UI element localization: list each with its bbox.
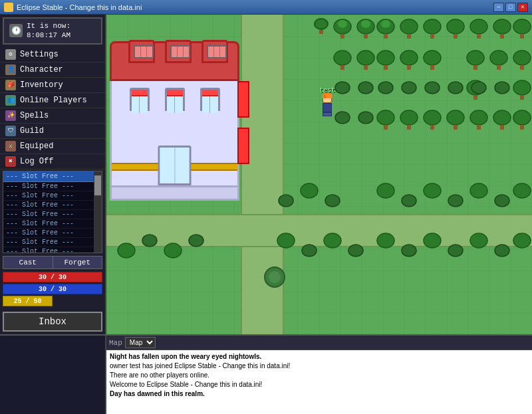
mp-bar: 30 / 30 (3, 284, 102, 294)
path-vertical (241, 15, 284, 334)
dormer-right (201, 40, 228, 63)
title-bar: Eclipse Stable - Change this in data.ini… (0, 0, 532, 15)
spell-slot-6[interactable]: --- Slot Free --- (3, 229, 102, 238)
character-icon: 👤 (5, 64, 16, 75)
guild-label: Guild (20, 126, 44, 136)
sidebar: 🕐 It is now: 8:08:17 AM ⚙ Settings 👤 Cha… (0, 15, 106, 334)
maximize-button[interactable]: □ (505, 3, 516, 12)
path-horizontal (106, 214, 532, 247)
spell-slot-2[interactable]: --- Slot Free --- (3, 191, 102, 201)
title-bar-left: Eclipse Stable - Change this in data.ini (4, 3, 142, 12)
building-sign-top (237, 81, 249, 118)
settings-label: Settings (20, 50, 59, 59)
dormer-window-left (134, 45, 154, 58)
dormer-window-right (207, 45, 227, 58)
player-character: test (319, 86, 335, 115)
exp-bar-row: 25 / 50 (3, 296, 102, 306)
player-hair (323, 93, 332, 98)
chat-box: Night has fallen upon the weary eyed nig… (106, 350, 532, 414)
app-icon (4, 3, 13, 12)
sidebar-item-guild[interactable]: 🛡 Guild (0, 124, 105, 139)
sidebar-item-settings[interactable]: ⚙ Settings (0, 47, 105, 62)
clock-icon: 🕐 (9, 24, 23, 37)
guild-icon: 🛡 (5, 126, 16, 136)
map-bar: Map Map (106, 336, 532, 350)
building-wall (110, 81, 239, 187)
spell-slot-8[interactable]: --- Slot Free --- (3, 247, 102, 253)
inventory-icon: 🎒 (5, 80, 16, 90)
chat-message-1: Night has fallen upon the weary eyed nig… (110, 352, 529, 362)
close-button[interactable]: ✕ (517, 3, 528, 12)
top-area: 🕐 It is now: 8:08:17 AM ⚙ Settings 👤 Cha… (0, 15, 532, 334)
clock-area: 🕐 It is now: 8:08:17 AM (3, 17, 102, 45)
spell-slot-4[interactable]: --- Slot Free --- (3, 210, 102, 219)
equipped-label: Equiped (20, 142, 53, 151)
chat-message-5: Day has dawned in this realm. (110, 389, 529, 399)
sidebar-item-inventory[interactable]: 🎒 Inventory (0, 78, 105, 93)
clock-time: 8:08:17 AM (27, 31, 70, 40)
chat-message-3: There are no other players online. (110, 371, 529, 380)
mp-text: 30 / 30 (3, 286, 102, 293)
game-container: 🕐 It is now: 8:08:17 AM ⚙ Settings 👤 Cha… (0, 15, 532, 414)
spell-list-header: --- Slot Free --- (3, 171, 102, 182)
scrollbar-thumb[interactable] (94, 175, 101, 195)
sidebar-item-character[interactable]: 👤 Character (0, 62, 105, 78)
spell-scrollbar[interactable] (94, 171, 102, 253)
stat-bars: 30 / 30 30 / 30 25 / 50 (3, 272, 102, 308)
window-row (112, 81, 237, 111)
mp-bar-row: 30 / 30 (3, 284, 102, 294)
dormer-mid (165, 40, 192, 63)
spell-slot-7[interactable]: --- Slot Free --- (3, 238, 102, 247)
building-roof (110, 41, 239, 81)
online-players-label: Online Players (20, 96, 87, 105)
forget-button[interactable]: Forget (53, 256, 103, 269)
clock-text: It is now: 8:08:17 AM (27, 21, 70, 41)
online-players-icon: 👥 (5, 95, 16, 106)
spell-slot-3[interactable]: --- Slot Free --- (3, 201, 102, 210)
spell-slot-1[interactable]: --- Slot Free --- (3, 182, 102, 191)
building-window-right (200, 88, 220, 111)
dormer-left (128, 40, 155, 63)
player-head (323, 95, 332, 103)
logout-label: Log Off (20, 157, 53, 166)
inbox-button[interactable]: Inbox (3, 312, 102, 332)
clock-label: It is now: (27, 21, 70, 31)
equipped-icon: ⚔ (5, 141, 16, 152)
chat-message-2: owner test has joined Eclipse Stable - C… (110, 362, 529, 371)
game-world[interactable]: test (106, 15, 532, 334)
spell-list-area[interactable]: --- Slot Free --- --- Slot Free --- --- … (3, 171, 102, 253)
sidebar-item-equipped[interactable]: ⚔ Equiped (0, 139, 105, 154)
building-foundation (110, 187, 239, 201)
spell-slot-5[interactable]: --- Slot Free --- (3, 219, 102, 229)
sidebar-bottom-spacer (0, 336, 106, 414)
spell-buttons: Cast Forget (3, 256, 102, 269)
map-label: Map (109, 339, 122, 347)
map-chat-area: Map Map Night has fallen upon the weary … (106, 336, 532, 414)
building (110, 41, 239, 201)
sidebar-item-logout[interactable]: ✖ Log Off (0, 154, 105, 169)
player-body (323, 103, 332, 112)
sidebar-item-spells[interactable]: ✨ Spells (0, 108, 105, 124)
minimize-button[interactable]: ─ (493, 3, 504, 12)
window-controls: ─ □ ✕ (493, 3, 528, 12)
sidebar-item-online-players[interactable]: 👥 Online Players (0, 93, 105, 108)
logout-icon: ✖ (5, 156, 16, 167)
building-sign-bottom (237, 128, 249, 164)
inventory-label: Inventory (20, 80, 63, 90)
hp-bar-row: 30 / 30 (3, 272, 102, 282)
menu-list: ⚙ Settings 👤 Character 🎒 Inventory 👥 Onl… (0, 47, 105, 169)
map-select[interactable]: Map (125, 337, 156, 348)
player-sprite (321, 95, 333, 115)
character-label: Character (20, 65, 63, 74)
hp-bar: 30 / 30 (3, 272, 102, 282)
bottom-area: Map Map Night has fallen upon the weary … (0, 334, 532, 414)
cast-button[interactable]: Cast (3, 256, 53, 269)
dormer-window-mid (170, 45, 190, 58)
spells-label: Spells (20, 111, 49, 120)
building-door (156, 146, 193, 185)
building-window-left (130, 88, 150, 111)
player-legs (323, 112, 332, 116)
exp-text: 25 / 50 (0, 298, 78, 305)
exp-bar: 25 / 50 (3, 296, 53, 306)
spells-icon: ✨ (5, 110, 16, 121)
